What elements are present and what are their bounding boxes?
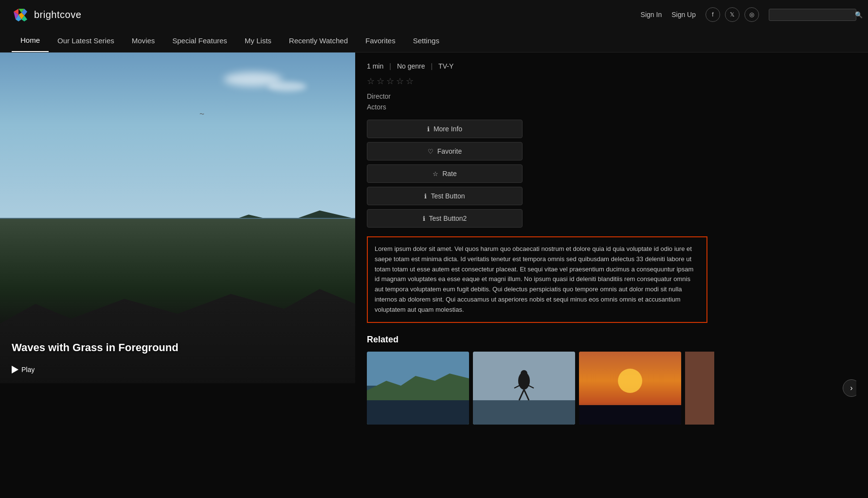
heart-icon: ♡ <box>428 148 434 155</box>
related-title: Related <box>367 335 856 345</box>
content-rating: TV-Y <box>438 62 453 70</box>
twitter-icon[interactable]: 𝕏 <box>725 7 740 22</box>
duration: 1 min <box>367 62 383 70</box>
nav-home[interactable]: Home <box>12 29 49 52</box>
nav-recently-watched[interactable]: Recently Watched <box>280 30 357 52</box>
star-3[interactable]: ☆ <box>386 76 394 87</box>
related-thumb-2[interactable] <box>473 352 575 425</box>
main-content: 〜 Waves with Grass in Foreground Play 1 … <box>0 53 868 434</box>
info-panel: 1 min | No genre | TV-Y ☆ ☆ ☆ ☆ ☆ Direct… <box>355 53 868 434</box>
related-thumb-3[interactable] <box>579 352 681 425</box>
more-info-label: More Info <box>434 125 462 133</box>
sign-up-link[interactable]: Sign Up <box>671 11 696 18</box>
test-button2-label: Test Button2 <box>429 214 467 222</box>
auth-links: Sign In Sign Up <box>641 11 696 18</box>
star-1[interactable]: ☆ <box>367 76 375 87</box>
action-buttons: ℹ More Info ♡ Favorite ☆ Rate ℹ Test But… <box>367 120 856 228</box>
test-button[interactable]: ℹ Test Button <box>367 187 523 205</box>
test-button2[interactable]: ℹ Test Button2 <box>367 209 523 228</box>
video-thumbnail[interactable]: 〜 Waves with Grass in Foreground Play <box>0 53 355 383</box>
instagram-icon[interactable]: ◎ <box>744 7 759 22</box>
separator1: | <box>389 62 391 70</box>
bird-svg <box>473 352 575 425</box>
video-panel: 〜 Waves with Grass in Foreground Play <box>0 53 355 434</box>
search-input[interactable] <box>773 11 855 18</box>
test-button-label: Test Button <box>431 192 465 200</box>
cloud2 <box>268 82 307 91</box>
test-info-icon: ℹ <box>424 193 427 200</box>
nav-favorites[interactable]: Favorites <box>357 30 404 52</box>
favorite-button[interactable]: ♡ Favorite <box>367 142 523 160</box>
svg-rect-22 <box>579 405 681 425</box>
description-box: Lorem ipsum dolor sit amet. Vel quos har… <box>367 236 707 323</box>
sunset-svg <box>579 352 681 425</box>
thumb-bird-bg <box>473 352 575 425</box>
next-related-button[interactable]: › <box>843 379 856 397</box>
search-bar: 🔍 <box>769 9 856 21</box>
top-bar: brightcove Sign In Sign Up f 𝕏 ◎ 🔍 <box>0 0 868 29</box>
thumb-coastal-bg <box>367 352 469 425</box>
logo-text: brightcove <box>34 9 81 20</box>
play-triangle-icon <box>12 366 18 374</box>
play-button[interactable]: Play <box>12 366 35 374</box>
nav-special-features[interactable]: Special Features <box>163 30 236 52</box>
director-label: Director <box>367 92 856 100</box>
play-label: Play <box>21 366 35 374</box>
nav-movies[interactable]: Movies <box>123 30 164 52</box>
brightcove-logo-icon <box>12 6 29 23</box>
actors-label: Actors <box>367 103 856 111</box>
top-right-area: Sign In Sign Up f 𝕏 ◎ 🔍 <box>641 7 856 22</box>
nav-settings[interactable]: Settings <box>404 30 448 52</box>
info-icon: ℹ <box>427 125 430 133</box>
rate-button[interactable]: ☆ Rate <box>367 164 523 183</box>
partial-svg <box>685 352 714 425</box>
logo-area: brightcove <box>12 6 81 23</box>
nav-latest-series[interactable]: Our Latest Series <box>49 30 123 52</box>
separator2: | <box>431 62 433 70</box>
search-icon[interactable]: 🔍 <box>855 11 863 18</box>
sign-in-link[interactable]: Sign In <box>641 11 662 18</box>
genre: No genre <box>397 62 425 70</box>
video-title-overlay: Waves with Grass in Foreground <box>12 341 179 354</box>
rate-label: Rate <box>442 170 457 178</box>
star-2[interactable]: ☆ <box>377 76 384 87</box>
description-text: Lorem ipsum dolor sit amet. Vel quos har… <box>375 245 693 313</box>
bird-in-sky: 〜 <box>199 111 204 118</box>
svg-rect-11 <box>367 400 469 425</box>
svg-point-21 <box>618 369 642 393</box>
svg-point-15 <box>521 370 527 377</box>
related-thumb-partial <box>685 352 714 425</box>
thumb-sunset-bg <box>579 352 681 425</box>
sky-bg <box>0 53 355 234</box>
coastal-svg <box>367 352 469 425</box>
video-title: Waves with Grass in Foreground <box>12 341 179 354</box>
star-5[interactable]: ☆ <box>406 76 414 87</box>
related-row: › <box>367 352 856 425</box>
more-info-button[interactable]: ℹ More Info <box>367 120 523 138</box>
next-arrow-icon: › <box>850 384 852 392</box>
svg-rect-13 <box>473 400 575 425</box>
play-btn-row: Play <box>12 366 35 374</box>
svg-rect-23 <box>685 352 714 425</box>
star-4[interactable]: ☆ <box>396 76 404 87</box>
test2-info-icon: ℹ <box>423 215 425 222</box>
related-thumb-1[interactable] <box>367 352 469 425</box>
related-section: Related <box>367 335 856 425</box>
star-icon: ☆ <box>433 170 438 178</box>
nav-my-lists[interactable]: My Lists <box>236 30 280 52</box>
facebook-icon[interactable]: f <box>705 7 720 22</box>
social-icons: f 𝕏 ◎ <box>705 7 759 22</box>
nav-bar: Home Our Latest Series Movies Special Fe… <box>0 29 868 53</box>
meta-row: 1 min | No genre | TV-Y <box>367 62 856 70</box>
favorite-label: Favorite <box>437 147 462 155</box>
star-rating-row: ☆ ☆ ☆ ☆ ☆ <box>367 76 856 87</box>
